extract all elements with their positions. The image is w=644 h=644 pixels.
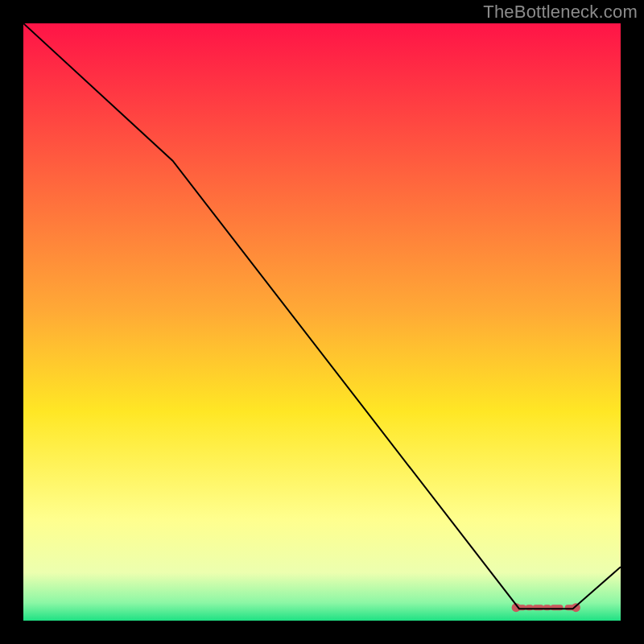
chart-svg	[23, 23, 621, 621]
chart-container: TheBottleneck.com	[0, 0, 644, 644]
source-attribution: TheBottleneck.com	[483, 2, 638, 23]
gradient-background	[23, 23, 621, 621]
plot-area	[23, 23, 621, 621]
